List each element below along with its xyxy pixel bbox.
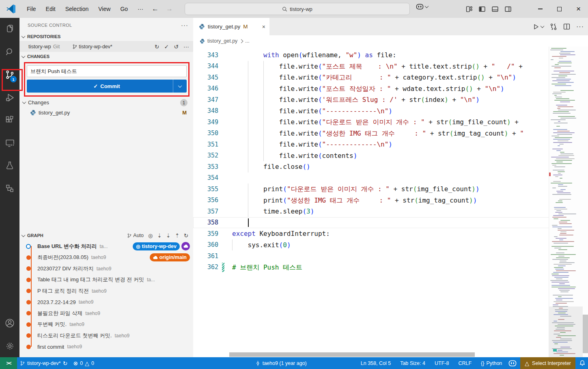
code-line-359[interactable]: 359except KeyboardInterrupt:	[193, 228, 588, 240]
graph-commit-row[interactable]: 최종버전(2023.08.05)taeho9origin/main	[19, 252, 193, 263]
repositories-header[interactable]: REPOSITORIES	[19, 32, 193, 41]
copilot-status-icon[interactable]	[508, 360, 517, 367]
menu-go[interactable]: Go	[115, 0, 133, 18]
refresh-icon[interactable]: ↺	[174, 43, 179, 50]
blame-info[interactable]: taeho9 (1 year ago)	[252, 357, 310, 369]
code-line-354[interactable]: 354	[193, 173, 588, 184]
code-line-350[interactable]: 350 file.write("생성한 IMG 태그 개수 : " + str(…	[193, 128, 588, 139]
encoding-setting[interactable]: UTF-8	[432, 357, 452, 369]
back-arrow-icon[interactable]: ←	[148, 5, 162, 13]
commit-button[interactable]: ✓ Commit	[27, 80, 187, 93]
language-mode[interactable]: {} Python	[478, 357, 505, 369]
graph-commit-row[interactable]: 20230727 DIV 처리까지taeho9	[19, 263, 193, 274]
code-editor[interactable]: 343 with open(wfilename, "w") as file:34…	[193, 47, 588, 357]
graph-commit-row[interactable]: 티스토리 다운로드 첫번째 커밋.taeho9	[19, 330, 193, 341]
code-line-353[interactable]: 353 file.close()	[193, 161, 588, 173]
editor-more-actions[interactable]: ···	[576, 23, 584, 30]
commit-check-icon[interactable]: ✓	[164, 43, 169, 50]
extensions-icon[interactable]	[0, 109, 19, 132]
breadcrumb[interactable]: tistory_get.py ...	[193, 35, 588, 47]
notifications-bell-icon[interactable]	[579, 360, 586, 367]
problems-indicator[interactable]: ⊗ 0 △ 0	[70, 357, 97, 369]
code-line-361[interactable]: 361	[193, 250, 588, 262]
graph-refresh-icon[interactable]: ↻	[184, 233, 188, 239]
code-line-351[interactable]: 351 file.write("-------------\n")	[193, 139, 588, 150]
graph-commit-row[interactable]: Table 태그 내 img 태그 처리로직 변경 전 커밋ta...	[19, 274, 193, 286]
eol-setting[interactable]: CRLF	[455, 357, 474, 369]
breadcrumb-more[interactable]: ...	[245, 38, 249, 44]
code-line-346[interactable]: 346 file.write("포스트 작성일자 : " + wdate.tex…	[193, 83, 588, 95]
maximize-button[interactable]	[550, 0, 569, 18]
graph-commit-row[interactable]: 두번째 커밋.taeho9	[19, 319, 193, 330]
remote-explorer-icon[interactable]	[0, 132, 19, 154]
sync-icon[interactable]: ↻	[155, 43, 159, 50]
open-changes-icon[interactable]	[550, 23, 557, 30]
code-line-360[interactable]: 360 sys.exit(0)	[193, 240, 588, 251]
changes-section-row[interactable]: Changes 1	[19, 97, 193, 108]
settings-gear-icon[interactable]	[0, 334, 19, 357]
breadcrumb-file[interactable]: tistory_get.py	[207, 38, 237, 44]
changes-header[interactable]: CHANGES	[19, 52, 193, 61]
command-center-search[interactable]: tistory-wp	[185, 3, 410, 15]
minimap[interactable]	[549, 47, 588, 357]
search-sidebar-icon[interactable]	[0, 41, 19, 63]
forward-arrow-icon[interactable]: →	[162, 5, 177, 13]
code-line-343[interactable]: 343 with open(wfilename, "w") as file:	[193, 50, 588, 61]
code-line-347[interactable]: 347 file.write('워드프레스 Slug : /' + str(in…	[193, 94, 588, 106]
run-debug-icon[interactable]	[0, 86, 19, 109]
commit-message-input[interactable]	[27, 65, 187, 77]
graph-header[interactable]: GRAPH Auto ◎ ⇣ ⇣ ⇡ ↻	[19, 230, 193, 241]
menu-file[interactable]: File	[22, 0, 41, 18]
select-interpreter-button[interactable]: △ Select Interpreter	[520, 357, 575, 369]
graph-commit-row[interactable]: Base URL 변수화 처리리ta...◎tistory-wp-dev	[19, 241, 193, 252]
code-line-362[interactable]: 362# 브랜치 Push 테스트	[193, 262, 588, 273]
code-line-357[interactable]: 357 time.sleep(3)	[193, 206, 588, 217]
changed-file-row[interactable]: tistory_get.py M	[19, 108, 193, 118]
code-line-348[interactable]: 348 file.write("-------------\n")	[193, 106, 588, 117]
remote-indicator[interactable]: ><	[0, 357, 17, 369]
code-line-352[interactable]: 352 file.write(contents)	[193, 150, 588, 162]
horizontal-scrollbar[interactable]	[229, 352, 475, 357]
graph-commit-row[interactable]: P 태그 로직 정리 직전taeho9	[19, 285, 193, 297]
code-line-344[interactable]: 344 file.write("포스트 제목 : \n" + title.tex…	[193, 61, 588, 72]
repo-more-icon[interactable]: ···	[183, 43, 189, 50]
tab-tistory-get-py[interactable]: tistory_get.py M ×	[193, 18, 269, 35]
toggle-primary-sidebar-icon[interactable]	[478, 6, 486, 13]
source-control-icon[interactable]: 1	[0, 63, 19, 86]
menu-view[interactable]: View	[93, 0, 115, 18]
menu-more[interactable]: ···	[133, 0, 148, 18]
graph-fetch-icon[interactable]: ⇣	[157, 233, 162, 239]
tab-close-icon[interactable]: ×	[262, 24, 265, 30]
references-icon[interactable]	[0, 177, 19, 200]
testing-icon[interactable]	[0, 154, 19, 177]
graph-pull-icon[interactable]: ⇣	[166, 233, 170, 239]
toggle-panel-icon[interactable]	[491, 6, 499, 13]
copilot-menu[interactable]	[416, 4, 428, 10]
repo-branch-name[interactable]: tistory-wp-dev*	[79, 44, 112, 50]
code-line-345[interactable]: 345 file.write("카테고리 : " + category.text…	[193, 72, 588, 83]
graph-commit-row[interactable]: 2023.7.22-14:29taeho9	[19, 297, 193, 308]
code-line-349[interactable]: 349 file.write("다운로드 받은 이미지 개수 : " + str…	[193, 117, 588, 128]
customize-layout-icon[interactable]	[466, 6, 473, 13]
code-line-358[interactable]: 358	[193, 217, 588, 229]
menu-selection[interactable]: Selection	[60, 0, 94, 18]
menu-edit[interactable]: Edit	[41, 0, 60, 18]
indent-setting[interactable]: Tab Size: 4	[397, 357, 428, 369]
scrollbar-thumb[interactable]	[583, 315, 588, 353]
split-editor-icon[interactable]	[563, 23, 570, 30]
code-line-355[interactable]: 355 print("다운로드 받은 이미지 개수 : " + str(img_…	[193, 183, 588, 195]
account-icon[interactable]	[0, 312, 19, 334]
graph-auto-selector[interactable]: Auto	[127, 233, 144, 238]
cursor-position[interactable]: Ln 358, Col 5	[358, 357, 394, 369]
code-line-356[interactable]: 356 print("생성한 IMG 태그 개수 : " + str(img_t…	[193, 195, 588, 206]
graph-commit-row[interactable]: first committaeho9	[19, 341, 193, 353]
toggle-secondary-sidebar-icon[interactable]	[504, 6, 512, 13]
commit-dropdown[interactable]	[173, 80, 187, 93]
explorer-icon[interactable]	[0, 18, 19, 41]
graph-push-icon[interactable]: ⇡	[175, 233, 179, 239]
statusbar-branch[interactable]: tistory-wp-dev* ↻	[17, 357, 70, 369]
repository-row[interactable]: tistory-wp Git tistory-wp-dev* ↻ ✓ ↺ ···	[19, 41, 193, 52]
graph-target-icon[interactable]: ◎	[148, 233, 153, 239]
minimize-button[interactable]	[531, 0, 550, 18]
run-python-button[interactable]	[533, 24, 544, 30]
